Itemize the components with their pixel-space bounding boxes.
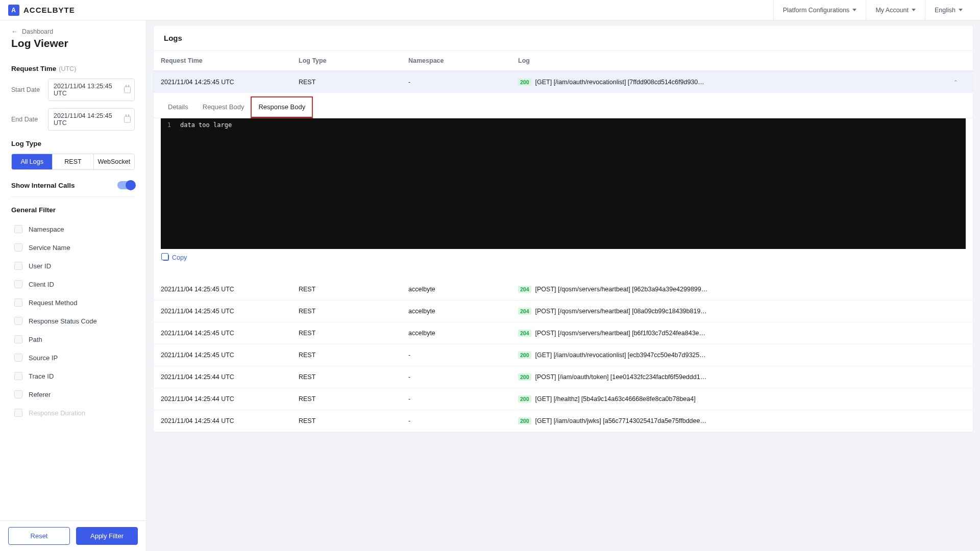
seg-rest[interactable]: REST [52,154,93,169]
log-row[interactable]: 2021/11/04 14:25:45 UTCREST-200[GET] [/i… [154,71,973,93]
reset-button[interactable]: Reset [8,527,70,545]
cell-time: 2021/11/04 14:25:45 UTC [161,308,299,315]
tab-response-body[interactable]: Response Body [251,97,312,118]
cell-type: REST [299,352,408,359]
show-internal-label: Show Internal Calls [11,182,75,189]
chevron-down-icon [959,9,963,11]
log-type-heading: Log Type [11,140,135,147]
log-text: [GET] [/iam/oauth/revocationlist] [ecb39… [535,352,706,359]
cell-log: 200[GET] [/healthz] [5b4a9c14a63c46668e8… [518,395,945,403]
show-internal-toggle[interactable] [117,181,135,189]
col-log-type: Log Type [299,57,408,64]
general-filter-heading: General Filter [11,206,135,214]
filter-client-id[interactable]: Client ID [11,275,135,293]
log-text: [GET] [/iam/oauth/jwks] [a56c77143025417… [535,417,706,424]
log-type-segmented: All Logs REST WebSocket [11,154,135,170]
checkbox-icon [14,243,22,252]
cell-log: 200[GET] [/iam/oauth/revocationlist] [7f… [518,79,945,86]
checkbox-icon [14,335,22,343]
cell-log: 204[POST] [/qosm/servers/heartbeat] [962… [518,286,945,293]
apply-filter-button[interactable]: Apply Filter [76,527,138,545]
end-date-input[interactable]: 2021/11/04 14:25:45 UTC [48,108,135,131]
code-body: data too large [175,118,232,249]
status-badge: 200 [518,395,531,403]
divider [11,196,135,197]
start-date-input[interactable]: 2021/11/04 13:25:45 UTC [48,79,135,101]
filter-namespace[interactable]: Namespace [11,220,135,238]
filter-label: User ID [29,262,51,270]
main-content: Logs Request Time Log Type Namespace Log… [146,20,980,551]
log-text: [POST] [/qosm/servers/heartbeat] [962b3a… [535,286,708,293]
seg-websocket[interactable]: WebSocket [93,154,134,169]
breadcrumb-dashboard[interactable]: ← Dashboard [11,28,135,35]
log-row[interactable]: 2021/11/04 14:25:44 UTCREST-200[GET] [/i… [154,410,973,432]
checkbox-icon [14,390,22,398]
filter-response-status-code[interactable]: Response Status Code [11,312,135,330]
log-row[interactable]: 2021/11/04 14:25:44 UTCREST-200[GET] [/h… [154,388,973,410]
filter-user-id[interactable]: User ID [11,257,135,275]
cell-type: REST [299,395,408,403]
log-row[interactable]: 2021/11/04 14:25:45 UTCRESTaccelbyte204[… [154,279,973,300]
filter-label: Client ID [29,281,54,288]
log-detail-panel: DetailsRequest BodyResponse Body1data to… [154,93,973,269]
filter-label: Request Method [29,299,77,307]
cell-log: 200[POST] [/iam/oauth/token] [1ee01432fc… [518,373,945,381]
filter-response-duration[interactable]: Response Duration [11,404,135,422]
cell-namespace: - [408,395,518,403]
log-row[interactable]: 2021/11/04 14:25:44 UTCREST-200[POST] [/… [154,366,973,388]
nav-language[interactable]: English [925,0,972,20]
cell-type: REST [299,308,408,315]
code-viewer[interactable]: 1data too large [161,118,966,249]
col-namespace: Namespace [408,57,518,64]
filter-referer[interactable]: Referer [11,385,135,404]
filter-request-method[interactable]: Request Method [11,293,135,312]
log-row[interactable]: 2021/11/04 14:25:45 UTCRESTaccelbyte204[… [154,300,973,322]
chevron-down-icon [852,9,856,11]
end-date-label: End Date [11,116,43,123]
cell-namespace: accelbyte [408,286,518,293]
status-badge: 200 [518,79,531,86]
logs-table-header: Request Time Log Type Namespace Log [154,51,973,71]
filter-label: Response Status Code [29,317,97,325]
checkbox-icon [14,280,22,288]
status-badge: 204 [518,286,531,293]
chevron-down-icon [912,9,916,11]
filter-source-ip[interactable]: Source IP [11,348,135,367]
logs-card: Logs Request Time Log Type Namespace Log… [154,26,973,432]
chevron-up-icon[interactable]: ⌃ [953,79,958,86]
filter-label: Namespace [29,226,64,233]
status-badge: 200 [518,373,531,381]
status-badge: 200 [518,352,531,359]
request-time-tz: (UTC) [59,65,76,72]
cell-time: 2021/11/04 14:25:44 UTC [161,373,299,381]
filter-label: Trace ID [29,372,54,380]
seg-all-logs[interactable]: All Logs [12,154,52,169]
sidebar: ← Dashboard Log Viewer Request Time (UTC… [0,20,146,551]
cell-namespace: - [408,417,518,424]
filter-path[interactable]: Path [11,330,135,348]
col-request-time: Request Time [161,57,299,64]
nav-platform-config[interactable]: Platform Configurations [773,0,866,20]
cell-time: 2021/11/04 14:25:45 UTC [161,79,299,86]
cell-time: 2021/11/04 14:25:45 UTC [161,286,299,293]
cell-type: REST [299,330,408,337]
start-date-label: Start Date [11,86,43,93]
tab-request-body[interactable]: Request Body [195,97,252,118]
log-row[interactable]: 2021/11/04 14:25:45 UTCREST-200[GET] [/i… [154,344,973,366]
cell-type: REST [299,79,408,86]
copy-button[interactable]: Copy [163,254,187,261]
filter-trace-id[interactable]: Trace ID [11,367,135,385]
cell-time: 2021/11/04 14:25:44 UTC [161,395,299,403]
calendar-icon [124,87,131,93]
cell-namespace: - [408,352,518,359]
brand-logo[interactable]: A ACCELBYTE [8,5,75,16]
cell-log: 204[POST] [/qosm/servers/heartbeat] [b6f… [518,330,945,337]
cell-namespace: - [408,373,518,381]
log-row[interactable]: 2021/11/04 14:25:45 UTCRESTaccelbyte204[… [154,322,973,344]
filter-service-name[interactable]: Service Name [11,238,135,257]
nav-my-account[interactable]: My Account [866,0,925,20]
filter-label: Path [29,336,42,343]
cell-log: 200[GET] [/iam/oauth/jwks] [a56c77143025… [518,417,945,424]
tab-details[interactable]: Details [161,97,195,118]
log-text: [GET] [/healthz] [5b4a9c14a63c46668e8fe8… [535,395,696,403]
